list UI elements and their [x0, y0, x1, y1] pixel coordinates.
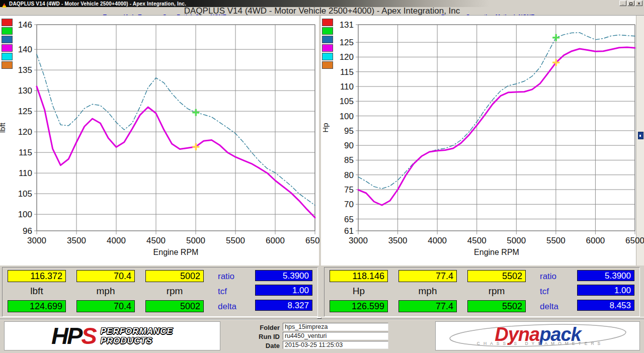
hps-logo-text: HPS [51, 323, 96, 348]
svg-text:80: 80 [344, 170, 354, 180]
delta-label: delta [540, 302, 558, 312]
app-icon [2, 1, 7, 7]
svg-text:100: 100 [18, 210, 32, 219]
ratio-value: 5.3900 [255, 270, 312, 281]
cursor-speed-value: 70.4 [76, 270, 135, 282]
cursor-power-value: 118.146 [330, 270, 388, 282]
date-label: Date [229, 342, 280, 349]
folder-input[interactable] [283, 323, 388, 331]
hps-logo: HPS PERFORMANCE PRODUCTS [4, 321, 220, 350]
torque-chart[interactable]: 1461401351301251201151101051009630003500… [0, 16, 320, 266]
ratio-label: ratio [540, 272, 556, 282]
svg-text:6000: 6000 [586, 236, 605, 245]
svg-text:110: 110 [19, 168, 32, 178]
torque-cursor-table: 116.372 70.4 5002 lbft mph rpm 124.699 7… [2, 267, 318, 317]
folder-label: Folder [229, 324, 280, 331]
svg-text:4000: 4000 [428, 236, 447, 245]
delta-value: 8.453 [577, 300, 634, 311]
svg-text:75: 75 [344, 185, 354, 195]
ref-power-value: 126.599 [330, 300, 388, 312]
power-chart[interactable]: 1311251201151101051009590858075706561300… [320, 16, 644, 266]
svg-text:3500: 3500 [388, 236, 408, 245]
restore-button[interactable] [627, 1, 634, 6]
svg-text:146: 146 [18, 20, 32, 30]
torque-unit-label: lbft [8, 286, 66, 297]
svg-text:3000: 3000 [349, 236, 368, 245]
svg-text:lbft: lbft [0, 122, 7, 133]
svg-text:120: 120 [18, 127, 32, 137]
dynapack-logo-subtitle: CHASSIS DYNAMOMETERS [476, 341, 603, 346]
svg-text:131: 131 [340, 20, 354, 30]
cursor-speed-value: 77.4 [398, 270, 457, 282]
ref-rpm-value: 5502 [467, 300, 526, 312]
ratio-value: 5.3900 [577, 270, 634, 281]
run-id-label: Run ID [229, 333, 280, 340]
svg-text:5000: 5000 [507, 236, 526, 245]
svg-text:135: 135 [18, 65, 32, 75]
svg-text:96: 96 [23, 226, 32, 236]
charts-area: 1461401351301251201151101051009630003500… [0, 15, 644, 265]
rpm-unit-label: rpm [145, 286, 204, 297]
svg-text:85: 85 [344, 155, 354, 165]
close-button[interactable]: x [635, 1, 642, 6]
svg-text:140: 140 [18, 45, 32, 54]
svg-text:95: 95 [344, 126, 354, 136]
svg-text:110: 110 [340, 82, 354, 92]
ref-speed-value: 70.4 [76, 300, 135, 312]
cursor-rpm-value: 5002 [145, 270, 204, 282]
svg-text:130: 130 [18, 86, 32, 96]
tcf-value: 1.00 [577, 285, 634, 296]
svg-text:6000: 6000 [266, 236, 285, 245]
svg-text:61: 61 [344, 226, 354, 236]
window-controls: _ x [619, 1, 642, 6]
svg-text:Hp: Hp [321, 123, 330, 132]
svg-text:115: 115 [19, 148, 32, 157]
speed-unit-label: mph [398, 286, 457, 297]
window-title: DAQPLUS V14 (4WD - Motor Vehicle 2500+40… [9, 1, 186, 7]
tcf-label: tcf [540, 287, 549, 297]
date-input[interactable] [283, 341, 388, 349]
svg-text:125: 125 [18, 107, 32, 116]
divider-grip-icon [317, 317, 321, 319]
splitter-handle[interactable] [638, 132, 643, 139]
rpm-unit-label: rpm [467, 286, 526, 297]
tcf-label: tcf [218, 287, 227, 297]
svg-text:Engine RPM: Engine RPM [474, 248, 519, 256]
cursor-torque-value: 116.372 [8, 270, 66, 282]
app-window: DAQPLUS V14 (4WD - Motor Vehicle 2500+40… [0, 0, 644, 353]
svg-text:Engine RPM: Engine RPM [153, 248, 199, 256]
ratio-label: ratio [218, 272, 234, 282]
svg-text:105: 105 [340, 97, 354, 106]
power-unit-label: Hp [330, 286, 388, 297]
svg-text:5500: 5500 [226, 236, 245, 245]
restore-icon [629, 3, 632, 5]
power-cursor-table: 118.146 77.4 5502 Hp mph rpm 126.599 77.… [324, 267, 640, 317]
svg-text:3500: 3500 [67, 236, 86, 245]
delta-value: 8.327 [255, 300, 312, 311]
ref-speed-value: 77.4 [398, 300, 457, 312]
svg-text:6500: 6500 [625, 236, 644, 245]
svg-text:120: 120 [340, 52, 354, 62]
svg-text:5000: 5000 [186, 236, 205, 245]
svg-text:90: 90 [344, 141, 354, 150]
svg-text:105: 105 [18, 189, 32, 199]
svg-text:3000: 3000 [27, 236, 46, 245]
svg-text:4500: 4500 [146, 236, 166, 245]
cursor-rpm-value: 5502 [467, 270, 526, 282]
ref-torque-value: 124.699 [8, 300, 66, 312]
hps-logo-tagline: PERFORMANCE PRODUCTS [101, 326, 173, 345]
svg-text:125: 125 [340, 38, 354, 47]
dynapack-logo: Dynapack CHASSIS DYNAMOMETERS [435, 321, 640, 350]
speed-unit-label: mph [76, 286, 135, 297]
tcf-value: 1.00 [255, 285, 312, 296]
svg-text:4000: 4000 [107, 236, 126, 245]
delta-label: delta [218, 302, 236, 312]
minimize-button[interactable]: _ [619, 1, 626, 6]
svg-text:4500: 4500 [467, 236, 487, 245]
svg-text:6500: 6500 [305, 236, 320, 245]
ref-rpm-value: 5002 [145, 300, 204, 312]
run-id-input[interactable] [283, 332, 388, 340]
footer: HPS PERFORMANCE PRODUCTS Folder Run ID D… [0, 319, 644, 353]
svg-text:5500: 5500 [546, 236, 566, 245]
svg-text:100: 100 [340, 112, 354, 121]
